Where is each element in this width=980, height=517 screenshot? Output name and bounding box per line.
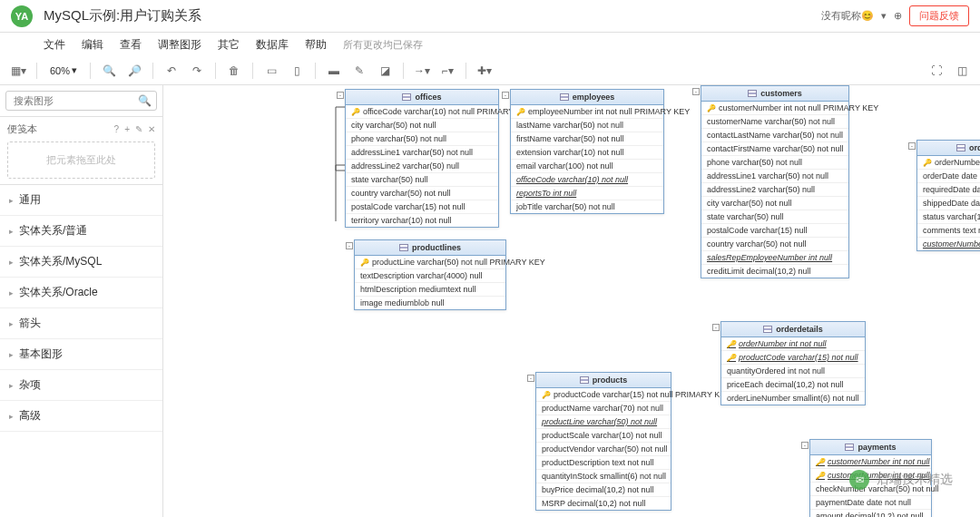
- table-column[interactable]: requiredDate date not null: [917, 183, 980, 197]
- globe-icon[interactable]: ⊕: [894, 10, 902, 22]
- collapse-handle[interactable]: -: [712, 324, 720, 331]
- table-column[interactable]: lastName varchar(50) not null: [511, 119, 663, 132]
- table-column[interactable]: jobTitle varchar(50) not null: [511, 200, 663, 213]
- to-front-button[interactable]: ▭: [260, 60, 282, 82]
- panel-er-mysql[interactable]: 实体关系/MySQL: [0, 247, 162, 278]
- panel-er-common[interactable]: 实体关系/普通: [0, 216, 162, 247]
- table-customers[interactable]: - customers 🔑customerNumber int not null…: [701, 85, 849, 278]
- table-column[interactable]: quantityInStock smallint(6) not null: [536, 470, 671, 483]
- menu-view[interactable]: 查看: [120, 37, 142, 53]
- table-column[interactable]: MSRP decimal(10,2) not null: [536, 497, 671, 510]
- menu-help[interactable]: 帮助: [305, 37, 327, 53]
- line-color-button[interactable]: ✎: [348, 60, 370, 82]
- table-header[interactable]: offices: [346, 90, 498, 105]
- table-column[interactable]: officeCode varchar(10) not null: [511, 173, 663, 187]
- table-column[interactable]: addressLine2 varchar(50) null: [701, 183, 848, 197]
- collapse-handle[interactable]: -: [346, 242, 353, 249]
- table-column[interactable]: salesRepEmployeeNumber int null: [701, 251, 848, 265]
- format-panel-button[interactable]: ◫: [951, 60, 973, 82]
- panel-arrows[interactable]: 箭头: [0, 308, 162, 339]
- table-column[interactable]: addressLine2 varchar(50) null: [346, 160, 498, 173]
- table-column[interactable]: phone varchar(50) not null: [346, 132, 498, 146]
- table-column[interactable]: 🔑productCode varchar(15) not null PRIMAR…: [536, 388, 671, 402]
- table-column[interactable]: postalCode varchar(15) null: [701, 224, 848, 238]
- table-column[interactable]: creditLimit decimal(10,2) null: [701, 265, 848, 278]
- table-column[interactable]: status varchar(15) not null: [917, 210, 980, 224]
- menu-extras[interactable]: 其它: [218, 37, 240, 53]
- table-column[interactable]: 🔑productCode varchar(15) not null: [721, 351, 865, 365]
- table-column[interactable]: city varchar(50) not null: [701, 197, 848, 210]
- panel-misc[interactable]: 杂项: [0, 370, 162, 401]
- panel-advanced[interactable]: 高级: [0, 401, 162, 432]
- table-column[interactable]: productLine varchar(50) not null: [536, 415, 671, 429]
- collapse-handle[interactable]: -: [801, 442, 808, 449]
- shadow-button[interactable]: ◪: [374, 60, 396, 82]
- collapse-handle[interactable]: -: [502, 92, 509, 99]
- scratch-add-icon[interactable]: +: [124, 124, 130, 134]
- table-column[interactable]: customerNumber int not null: [917, 238, 980, 250]
- table-column[interactable]: country varchar(50) not null: [346, 187, 498, 200]
- collapse-handle[interactable]: -: [337, 92, 344, 99]
- table-column[interactable]: reportsTo int null: [511, 187, 663, 200]
- table-column[interactable]: contactLastName varchar(50) not null: [701, 129, 848, 142]
- table-column[interactable]: 🔑orderNumber int not null: [721, 337, 865, 351]
- delete-button[interactable]: 🗑: [223, 60, 245, 82]
- table-orders[interactable]: - orders 🔑orderNumber int not null PRIMA…: [916, 140, 980, 251]
- to-back-button[interactable]: ▯: [286, 60, 308, 82]
- table-column[interactable]: comments text null: [917, 224, 980, 238]
- menu-arrange[interactable]: 调整图形: [158, 37, 201, 53]
- table-column[interactable]: 🔑customerNumber int not null PRIMARY KEY: [701, 102, 848, 115]
- table-column[interactable]: buyPrice decimal(10,2) not null: [536, 483, 671, 497]
- scratch-edit-icon[interactable]: ✎: [135, 124, 142, 134]
- collapse-handle[interactable]: -: [908, 142, 916, 150]
- table-offices[interactable]: - offices 🔑officeCode varchar(10) not nu…: [345, 89, 499, 228]
- search-icon[interactable]: 🔍: [138, 94, 152, 107]
- table-column[interactable]: phone varchar(50) not null: [701, 156, 848, 170]
- menu-database[interactable]: 数据库: [256, 37, 289, 53]
- table-column[interactable]: shippedDate date null: [917, 197, 980, 210]
- table-header[interactable]: orders: [917, 141, 980, 156]
- search-input[interactable]: [5, 91, 157, 111]
- table-column[interactable]: textDescription varchar(4000) null: [355, 269, 505, 283]
- scratch-help-icon[interactable]: ?: [114, 124, 120, 134]
- table-column[interactable]: 🔑orderNumber int not null PRIMARY KEY: [917, 156, 980, 170]
- table-column[interactable]: productVendor varchar(50) not null: [536, 443, 671, 456]
- zoom-selector[interactable]: 60% ▾: [44, 64, 83, 76]
- table-column[interactable]: productName varchar(70) not null: [536, 402, 671, 415]
- connection-button[interactable]: →▾: [411, 60, 433, 82]
- view-mode-button[interactable]: ▦▾: [7, 60, 29, 82]
- table-column[interactable]: quantityOrdered int not null: [721, 365, 865, 378]
- table-column[interactable]: image mediumblob null: [355, 297, 505, 309]
- table-employees[interactable]: - employees 🔑employeeNumber int not null…: [510, 89, 664, 214]
- table-column[interactable]: amount decimal(10,2) not null: [810, 510, 931, 517]
- diagram-canvas[interactable]: - offices 🔑officeCode varchar(10) not nu…: [163, 85, 980, 517]
- table-column[interactable]: 🔑officeCode varchar(10) not null PRIMARY…: [346, 105, 498, 119]
- table-column[interactable]: state varchar(50) null: [346, 173, 498, 187]
- fullscreen-button[interactable]: ⛶: [926, 60, 947, 82]
- feedback-button[interactable]: 问题反馈: [909, 5, 969, 26]
- table-column[interactable]: priceEach decimal(10,2) not null: [721, 378, 865, 392]
- undo-button[interactable]: ↶: [161, 60, 182, 82]
- table-column[interactable]: orderLineNumber smallint(6) not null: [721, 392, 865, 405]
- table-header[interactable]: productlines: [355, 240, 505, 256]
- table-column[interactable]: orderDate date not null: [917, 170, 980, 183]
- zoom-out-button[interactable]: 🔎: [123, 60, 145, 82]
- table-header[interactable]: employees: [511, 90, 663, 105]
- table-column[interactable]: extension varchar(10) not null: [511, 146, 663, 160]
- panel-basic[interactable]: 基本图形: [0, 339, 162, 370]
- table-products[interactable]: - products 🔑productCode varchar(15) not …: [535, 372, 671, 511]
- redo-button[interactable]: ↷: [186, 60, 208, 82]
- table-column[interactable]: paymentDate date not null: [810, 496, 931, 510]
- dropdown-icon[interactable]: ▾: [881, 10, 887, 22]
- table-column[interactable]: productDescription text not null: [536, 456, 671, 470]
- table-column[interactable]: territory varchar(10) not null: [346, 214, 498, 227]
- document-title[interactable]: MySQL示例:用户订购关系: [44, 7, 821, 24]
- table-header[interactable]: customers: [701, 86, 848, 102]
- waypoint-button[interactable]: ⌐▾: [436, 60, 458, 82]
- table-column[interactable]: 🔑productLine varchar(50) not null PRIMAR…: [355, 256, 505, 269]
- table-column[interactable]: email varchar(100) not null: [511, 160, 663, 173]
- table-column[interactable]: state varchar(50) null: [701, 210, 848, 224]
- scratch-close-icon[interactable]: ✕: [148, 124, 155, 134]
- table-column[interactable]: 🔑customerNumber int not null: [810, 455, 931, 469]
- table-header[interactable]: products: [536, 373, 671, 388]
